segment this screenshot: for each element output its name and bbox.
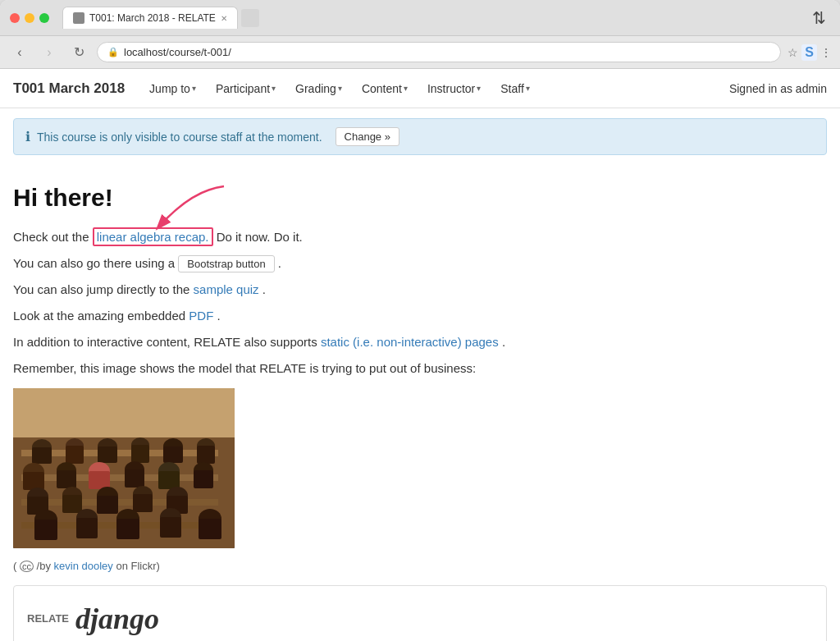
page-content: T001 March 2018 Jump to ▾ Participant ▾ … [0,69,840,641]
content-line-5: In addition to interactive content, RELA… [13,332,827,352]
new-tab-button[interactable] [241,9,259,27]
browser-window: T001: March 2018 - RELATE ✕ ⇅ ‹ › ↻ 🔒 lo… [0,0,840,641]
traffic-lights [10,13,49,23]
chevron-down-icon: ▾ [338,84,342,93]
tab-close-icon[interactable]: ✕ [221,14,227,23]
address-input[interactable]: 🔒 localhost/course/t-001/ [97,42,781,62]
line5-before: In addition to interactive content, RELA… [13,335,317,349]
attribution: ( cc /by kevin dooley on Flickr) [13,558,827,575]
reload-button[interactable]: ↻ [67,41,90,64]
lock-icon: 🔒 [107,47,119,57]
line1-link-wrapper: linear algebra recap. [93,227,213,247]
info-banner: ℹ This course is only visible to course … [13,118,827,155]
content-line-6: Remember, this image shows the model tha… [13,359,827,378]
classroom-background [13,388,235,548]
signed-in-label: Signed in as admin [729,82,827,95]
line2-after: . [278,256,281,270]
nav-instructor[interactable]: Instructor ▾ [426,79,482,98]
line4-before: Look at the amazing embedded [13,309,185,323]
page-title: Hi there! [13,178,827,217]
chevron-down-icon: ▾ [477,84,481,93]
chevron-down-icon: ▾ [526,84,530,93]
content-line-2: You can also go there using a Bootstrap … [13,254,827,273]
nav-content[interactable]: Content ▾ [360,79,409,98]
info-banner-text: This course is only visible to course st… [37,130,322,144]
chevron-down-icon: ▾ [272,84,276,93]
tab-favicon [73,12,84,24]
classroom-image [13,388,235,548]
line3-before: You can also jump directly to the [13,282,189,296]
line2-before: You can also go there using a [13,256,175,270]
annotation-arrow [142,182,249,240]
maximize-button[interactable] [39,13,49,23]
nav-grading[interactable]: Grading ▾ [294,79,344,98]
chevron-down-icon: ▾ [404,84,408,93]
url-text: localhost/course/t-001/ [124,46,231,58]
title-bar: T001: March 2018 - RELATE ✕ ⇅ [0,0,840,36]
tab-area: T001: March 2018 - RELATE ✕ [62,7,801,29]
nav-participant[interactable]: Participant ▾ [214,79,277,98]
attribution-link[interactable]: kevin dooley [54,560,113,572]
more-options-icon[interactable]: ⇅ [807,7,830,30]
cc-symbol: cc [20,561,34,572]
main-content: Hi there! Check out the linear algebra r… [0,165,840,641]
tab-title: T001: March 2018 - RELATE [89,12,216,24]
active-tab[interactable]: T001: March 2018 - RELATE ✕ [62,7,238,29]
classroom-svg [13,388,235,548]
footer-section: RELATE django [13,585,827,641]
minimize-button[interactable] [25,13,34,23]
change-button[interactable]: Change » [336,127,399,146]
menu-icon[interactable]: ⋮ [820,46,832,59]
line5-after: . [502,335,505,349]
info-icon: ℹ [25,129,30,144]
sample-quiz-link[interactable]: sample quiz [194,282,259,296]
chevron-down-icon: ▾ [192,84,196,93]
address-bar: ‹ › ↻ 🔒 localhost/course/t-001/ ☆ S ⋮ [0,36,840,69]
sync-icon[interactable]: S [801,44,817,61]
relate-label: RELATE [27,611,69,628]
static-pages-link[interactable]: static (i.e. non-interactive) pages [321,335,499,349]
back-button[interactable]: ‹ [8,41,31,64]
navbar: T001 March 2018 Jump to ▾ Participant ▾ … [0,69,840,108]
svg-rect-52 [13,388,235,548]
nav-staff[interactable]: Staff ▾ [499,79,532,98]
content-line-4: Look at the amazing embedded PDF . [13,306,827,326]
content-line-3: You can also jump directly to the sample… [13,280,827,300]
line1-before: Check out the [13,230,89,244]
pdf-link[interactable]: PDF [189,309,213,323]
line3-after: . [262,282,266,296]
content-line-1: Check out the linear algebra recap. Do i… [13,227,827,247]
close-button[interactable] [10,13,20,23]
address-icons: ☆ S ⋮ [788,44,832,61]
forward-button[interactable]: › [38,41,61,64]
bootstrap-button[interactable]: Bootstrap button [178,255,274,272]
bookmark-icon[interactable]: ☆ [788,46,798,59]
attribution-after: on Flickr) [116,560,159,572]
django-logo: django [75,596,159,641]
nav-jump-to[interactable]: Jump to ▾ [148,79,198,98]
line4-after: . [217,309,221,323]
brand-name: T001 March 2018 [13,80,125,97]
